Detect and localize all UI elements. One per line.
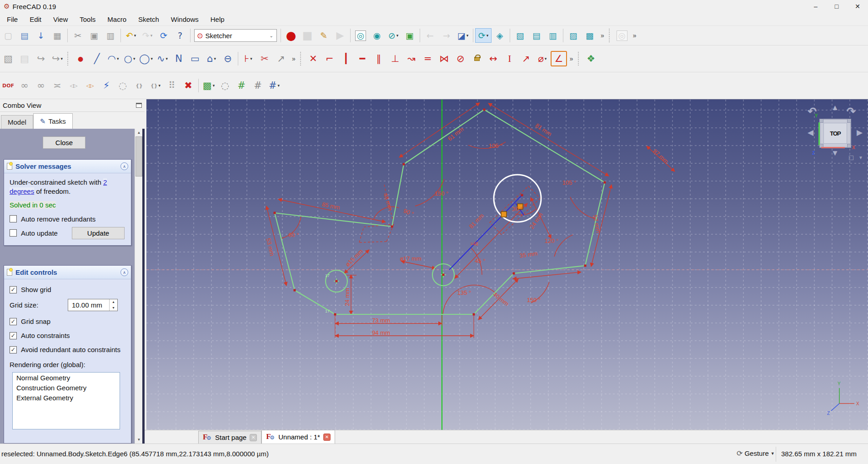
constraint-coincident-button[interactable]: ✕ [305, 51, 321, 66]
sketch-circle-button[interactable]: ○▾ [121, 51, 138, 66]
structure-box-button[interactable]: ▧ [0, 51, 16, 66]
constraint-vertical-button[interactable]: ┃ [338, 51, 354, 66]
select-conflicting-button[interactable]: ◁▷ [65, 78, 82, 93]
nav-corner[interactable] [819, 119, 823, 123]
menu-item-tools[interactable]: Tools [74, 14, 101, 25]
sketch-fillet-button[interactable]: ⊦▾ [240, 51, 256, 66]
render-order-item[interactable]: Normal Geometry [13, 373, 120, 383]
chevron-down-icon[interactable]: ▾ [213, 83, 215, 88]
task-close-button[interactable]: Close [43, 136, 85, 149]
menu-item-help[interactable]: Help [205, 14, 231, 25]
sketch-canvas[interactable]: 85 mm90 °48 mm60 °53 mm150 °61 mm81 mm87… [146, 100, 868, 430]
view-bottom-button[interactable]: ▩ [582, 28, 598, 43]
rendering-order-list[interactable]: Normal GeometryConstruction GeometryExte… [12, 372, 120, 429]
chevron-down-icon[interactable]: ▾ [151, 33, 153, 38]
grid-size-spinbox[interactable]: 10.00 mm ▲ ▼ [68, 299, 118, 311]
switch-virtual-space-button[interactable]: {} [131, 78, 147, 93]
draw-style-button[interactable]: ⊘▾ [385, 28, 401, 43]
menu-item-windows[interactable]: Windows [165, 14, 205, 25]
save-file-button[interactable]: ↓ [33, 28, 49, 43]
constraint-symmetric-button[interactable]: ⋈ [436, 51, 452, 66]
spin-up-icon[interactable]: ▲ [110, 299, 117, 305]
close-tab-icon[interactable]: ✕ [250, 434, 257, 441]
macro-record-button[interactable]: ● [283, 28, 299, 43]
nav-up-icon[interactable]: ▲ [831, 103, 839, 112]
measure-button[interactable]: ◎ [614, 28, 630, 43]
sync-view-button[interactable]: ⟳▾ [475, 28, 492, 43]
open-file-button[interactable]: ▤ [16, 28, 33, 43]
grid-snap-checkbox[interactable]: ✓ [10, 318, 17, 325]
constraint-block-button[interactable]: ⊘ [452, 51, 469, 66]
sketch-view-section-button[interactable]: ❖ [583, 51, 599, 66]
structure-group-button[interactable]: ▤ [16, 51, 33, 66]
collapse-section-icon[interactable]: ∧ [120, 268, 128, 276]
sketch-slot-button[interactable]: ⊖ [220, 51, 236, 66]
scroll-down-icon[interactable]: ▼ [135, 436, 143, 444]
zoom-selection-button[interactable]: ◉ [369, 28, 385, 43]
constraint-tangent-button[interactable]: ↝ [403, 51, 420, 66]
delete-all-constraints-button[interactable]: ✖ [180, 78, 196, 93]
box-selection-button[interactable]: ▣ [401, 28, 418, 43]
avoid-redundant-checkbox[interactable]: ✓ [10, 346, 17, 353]
menu-item-sketch[interactable]: Sketch [132, 14, 165, 25]
tab-tasks[interactable]: ✎Tasks [33, 113, 73, 129]
constraint-v-distance-button[interactable]: I [502, 51, 518, 66]
workbench-selector-combo[interactable]: ⊙Sketcher⌄ [194, 29, 277, 42]
view-axonometric-button[interactable]: ◈ [492, 28, 508, 43]
chevron-down-icon[interactable]: ▾ [396, 33, 399, 38]
sketch-rectangle-button[interactable]: ▭ [187, 51, 203, 66]
make-sub-link-button[interactable]: ↪▾ [49, 51, 65, 66]
constraint-perpendicular-button[interactable]: ⊥ [387, 51, 403, 66]
menu-item-macro[interactable]: Macro [101, 14, 132, 25]
render-order-button[interactable]: #▾ [266, 78, 282, 93]
chevron-down-icon[interactable]: ▾ [117, 56, 119, 61]
tab-model[interactable]: Model [1, 115, 33, 129]
nav-corner[interactable] [847, 119, 851, 123]
nav-down-icon[interactable]: ▼ [831, 149, 839, 158]
nav-menu-arrow-icon[interactable]: ▼ [858, 155, 863, 160]
chevron-down-icon[interactable]: ▾ [159, 83, 161, 88]
auto-update-checkbox[interactable] [10, 229, 17, 237]
constraint-distance-button[interactable]: ↗ [518, 51, 534, 66]
sketch-line-button[interactable]: ╱ [89, 51, 105, 66]
sketch-external-geometry-button[interactable]: ↗ [273, 51, 289, 66]
sketch-bspline-button[interactable]: ∿▾ [154, 51, 171, 66]
sketch-point-button[interactable]: ● [72, 51, 89, 66]
new-file-button[interactable]: ▢ [0, 28, 16, 43]
maximize-button[interactable]: □ [826, 0, 847, 13]
select-redundant-button[interactable]: ≍ [49, 78, 65, 93]
show-grid-checkbox[interactable]: ✓ [10, 286, 17, 293]
whats-this-button[interactable]: ? [172, 28, 188, 43]
constraint-horizontal-button[interactable]: ━ [354, 51, 371, 66]
float-panel-icon[interactable] [136, 103, 142, 108]
toggle-snap-button[interactable]: ◌ [217, 78, 233, 93]
spin-down-icon[interactable]: ▼ [110, 305, 117, 311]
chevron-down-icon[interactable]: ▾ [151, 56, 153, 61]
update-button[interactable]: Update [72, 227, 125, 239]
paste-button[interactable]: ▥ [102, 28, 119, 43]
close-window-button[interactable]: ✕ [847, 0, 868, 13]
constraint-equal-button[interactable]: = [420, 51, 436, 66]
chevron-down-icon[interactable]: ▾ [133, 56, 135, 61]
chevron-down-icon[interactable]: ▾ [134, 33, 136, 38]
render-order-item[interactable]: External Geometry [13, 393, 120, 403]
constraint-overflow[interactable]: » [567, 55, 576, 62]
panel-scrollbar[interactable]: ▲ ▼ [135, 129, 142, 444]
nav-back-button[interactable]: ← [422, 28, 438, 43]
sketch-arc-button[interactable]: ◠▾ [105, 51, 121, 66]
make-link-button[interactable]: ↪ [33, 51, 49, 66]
chevron-down-icon[interactable]: ▾ [166, 56, 168, 61]
redo-button[interactable]: ↷▾ [139, 28, 156, 43]
menu-item-view[interactable]: View [47, 14, 74, 25]
navigation-style-selector[interactable]: ⟳ Gesture ▼ [737, 449, 775, 458]
view-rear-button[interactable]: ▨ [565, 28, 582, 43]
menu-item-file[interactable]: File [1, 14, 24, 25]
constraint-parallel-button[interactable]: ∥ [371, 51, 387, 66]
show-hide-internal-geometry-button[interactable]: ◌ [115, 78, 131, 93]
sketch-trim-button[interactable]: ✂ [256, 51, 273, 66]
3d-viewport[interactable]: 85 mm90 °48 mm60 °53 mm150 °61 mm81 mm87… [146, 99, 868, 430]
sketch-polyline-button[interactable]: N [171, 51, 187, 66]
scroll-up-icon[interactable]: ▲ [135, 129, 143, 136]
view-front-button[interactable]: ▧ [512, 28, 528, 43]
document-tab-start-page[interactable]: F⚙Start page✕ [198, 431, 261, 444]
